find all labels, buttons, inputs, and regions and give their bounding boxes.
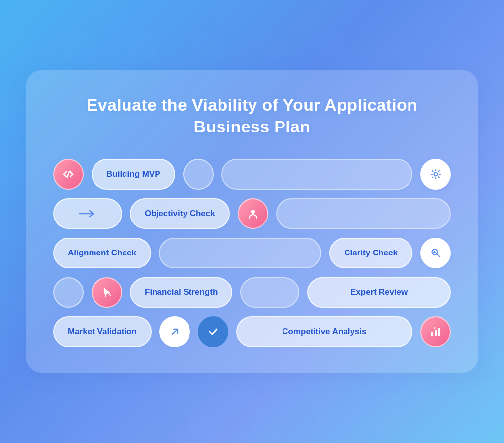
svg-line-8 xyxy=(172,329,178,334)
row-4: Financial Strength Expert Review xyxy=(53,277,451,308)
market-validation-pill[interactable]: Market Validation xyxy=(53,316,152,347)
competitive-analysis-pill[interactable]: Competitive Analysis xyxy=(236,316,412,347)
financial-strength-label: Financial Strength xyxy=(145,287,218,297)
row-3: Alignment Check Clarity Check xyxy=(53,238,451,268)
arrow-up-right-icon-button[interactable] xyxy=(159,316,190,347)
building-mvp-pill[interactable]: Building MVP xyxy=(92,159,175,190)
code-icon-button[interactable] xyxy=(53,159,84,190)
title-line2: Business Plan xyxy=(194,117,311,136)
arrow-pill[interactable] xyxy=(53,198,122,229)
expert-review-label: Expert Review xyxy=(350,287,408,297)
title-line1: Evaluate the Viability of Your Applicati… xyxy=(87,95,417,114)
svg-point-1 xyxy=(434,173,438,176)
svg-rect-11 xyxy=(438,328,440,336)
expert-review-pill[interactable]: Expert Review xyxy=(307,277,451,308)
clarity-check-pill[interactable]: Clarity Check xyxy=(329,238,412,268)
clarity-check-label: Clarity Check xyxy=(344,248,398,258)
person-icon-button[interactable] xyxy=(238,198,268,229)
market-validation-label: Market Validation xyxy=(68,327,137,337)
chart-icon-button[interactable] xyxy=(420,316,451,347)
main-container: Evaluate the Viability of Your Applicati… xyxy=(26,70,478,373)
row-2: Objectivity Check xyxy=(53,198,451,229)
items-grid: Building MVP Objectivity Check xyxy=(53,159,451,347)
empty-pill-3 xyxy=(159,238,321,268)
cursor-icon-button[interactable] xyxy=(92,277,122,308)
financial-strength-pill[interactable]: Financial Strength xyxy=(130,277,232,308)
svg-point-3 xyxy=(251,210,255,214)
objectivity-check-pill[interactable]: Objectivity Check xyxy=(130,198,230,229)
svg-line-0 xyxy=(67,171,69,177)
row-5: Market Validation Competitive Analysis xyxy=(53,316,451,347)
page-title: Evaluate the Viability of Your Applicati… xyxy=(53,94,451,137)
svg-line-5 xyxy=(437,254,440,257)
empty-pill-1 xyxy=(221,159,412,190)
svg-rect-10 xyxy=(435,330,437,336)
svg-rect-9 xyxy=(431,332,433,336)
search-icon-button[interactable] xyxy=(420,238,451,268)
empty-circle-2 xyxy=(53,277,84,308)
empty-pill-2 xyxy=(276,198,451,229)
alignment-check-pill[interactable]: Alignment Check xyxy=(53,238,151,268)
building-mvp-label: Building MVP xyxy=(106,169,160,179)
alignment-check-label: Alignment Check xyxy=(68,248,136,258)
objectivity-check-label: Objectivity Check xyxy=(145,209,215,219)
empty-circle-1 xyxy=(183,159,214,190)
competitive-analysis-label: Competitive Analysis xyxy=(282,327,366,337)
gear-icon-button[interactable] xyxy=(420,159,451,190)
empty-pill-4 xyxy=(240,277,299,308)
check-icon-button[interactable] xyxy=(198,316,228,347)
row-1: Building MVP xyxy=(53,159,451,190)
